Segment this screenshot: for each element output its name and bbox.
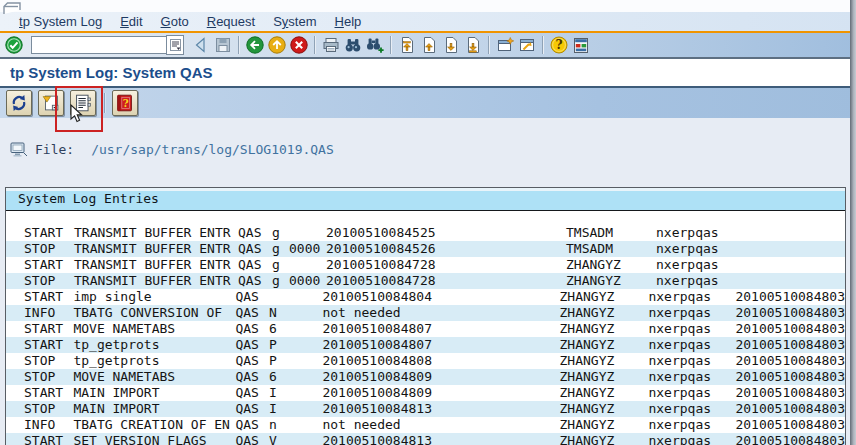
refresh-icon[interactable] bbox=[6, 90, 32, 116]
log-row[interactable]: STOPTRANSMIT BUFFER ENTRQASg000020100510… bbox=[6, 241, 845, 257]
nav-up-icon[interactable] bbox=[266, 34, 288, 56]
log-row[interactable]: STOPMAIN IMPORTQASI20100510084813ZHANGYZ… bbox=[6, 401, 845, 417]
menu-item-tp-system-log[interactable]: tp System Log bbox=[10, 14, 111, 29]
help-icon[interactable]: ? bbox=[548, 34, 570, 56]
log-cell-description: TBATG CONVERSION OF bbox=[73, 305, 235, 321]
log-cell-system: QAS bbox=[235, 321, 269, 337]
page-up-icon[interactable] bbox=[418, 34, 440, 56]
window-right-edge bbox=[850, 0, 856, 445]
layout-menu-icon[interactable] bbox=[570, 34, 592, 56]
log-cell-status: STOP bbox=[24, 369, 73, 385]
log-cell-code bbox=[286, 385, 323, 401]
log-cell-message: not needed bbox=[322, 417, 559, 433]
toolbar-separator bbox=[488, 36, 490, 54]
toolbar-separator bbox=[390, 36, 392, 54]
log-row[interactable]: STOPtp_getprotsQASP20100510084808ZHANGYZ… bbox=[6, 353, 845, 369]
log-row[interactable]: STARTTRANSMIT BUFFER ENTRQASg20100510084… bbox=[6, 257, 845, 273]
log-cell-description: TBATG CREATION OF EN bbox=[73, 417, 235, 433]
log-row[interactable]: STARTtp_getprotsQASP20100510084807ZHANGY… bbox=[6, 337, 845, 353]
log-cell-code bbox=[289, 257, 326, 273]
enter-icon[interactable] bbox=[3, 34, 25, 56]
log-cell-flag: g bbox=[272, 225, 289, 241]
log-panel: System Log Entries STARTTRANSMIT BUFFER … bbox=[5, 187, 846, 445]
log-cell-code bbox=[289, 225, 326, 241]
log-row[interactable]: STARTMOVE NAMETABSQAS620100510084807ZHAN… bbox=[6, 321, 845, 337]
log-cell-status: INFO bbox=[24, 417, 73, 433]
filter-icon[interactable] bbox=[38, 90, 64, 116]
save-icon[interactable] bbox=[212, 34, 234, 56]
log-cell-timestamp2: 20100510084803 bbox=[735, 417, 845, 433]
nav-back-icon[interactable] bbox=[244, 34, 266, 56]
log-row[interactable]: STARTTRANSMIT BUFFER ENTRQASg20100510084… bbox=[6, 225, 845, 241]
log-cell-user: ZHANGYZ bbox=[560, 417, 649, 433]
log-cell-flag: N bbox=[269, 305, 286, 321]
log-cell-timestamp2: 20100510084803 bbox=[735, 321, 845, 337]
last-page-icon[interactable] bbox=[462, 34, 484, 56]
create-shortcut-icon[interactable] bbox=[516, 34, 538, 56]
log-cell-description: tp_getprots bbox=[73, 337, 235, 353]
log-cell-code bbox=[286, 321, 323, 337]
log-row[interactable]: INFOTBATG CONVERSION OFQASNnot neededZHA… bbox=[6, 305, 845, 321]
log-row[interactable]: STOPMOVE NAMETABSQAS620100510084809ZHANG… bbox=[6, 369, 845, 385]
log-cell-system: QAS bbox=[235, 401, 269, 417]
log-cell-host: nxerpqas bbox=[656, 225, 744, 241]
log-cell-description: TRANSMIT BUFFER ENTR bbox=[74, 257, 238, 273]
log-cell-host: nxerpqas bbox=[648, 337, 735, 353]
log-row[interactable]: STARTMAIN IMPORTQASI20100510084809ZHANGY… bbox=[6, 385, 845, 401]
svg-text:?: ? bbox=[123, 98, 129, 109]
log-cell-user: ZHANGYZ bbox=[560, 321, 649, 337]
log-cell-timestamp2: 20100510084803 bbox=[735, 337, 845, 353]
computer-icon bbox=[10, 142, 28, 157]
log-cell-description: MAIN IMPORT bbox=[73, 385, 235, 401]
log-cell-description: TRANSMIT BUFFER ENTR bbox=[74, 273, 238, 289]
menu-item-edit[interactable]: Edit bbox=[111, 14, 151, 29]
first-page-icon[interactable] bbox=[396, 34, 418, 56]
menu-item-request[interactable]: Request bbox=[198, 14, 264, 29]
log-cell-code bbox=[286, 305, 323, 321]
command-input[interactable] bbox=[31, 36, 166, 54]
cancel-icon[interactable] bbox=[288, 34, 310, 56]
log-cell-system: QAS bbox=[235, 289, 269, 305]
log-cell-timestamp2: 20100510084803 bbox=[735, 369, 845, 385]
log-cell-timestamp2: 20100510084803 bbox=[735, 433, 845, 445]
new-session-icon[interactable] bbox=[494, 34, 516, 56]
back-icon[interactable] bbox=[190, 34, 212, 56]
find-next-icon[interactable] bbox=[364, 34, 386, 56]
log-cell-flag bbox=[269, 289, 286, 305]
find-icon[interactable] bbox=[342, 34, 364, 56]
log-cell-flag: 6 bbox=[269, 369, 286, 385]
toolbar-separator bbox=[238, 36, 240, 54]
log-row[interactable]: STOPTRANSMIT BUFFER ENTRQASg000020100510… bbox=[6, 273, 845, 289]
log-cell-host: nxerpqas bbox=[648, 353, 735, 369]
log-cell-status: STOP bbox=[24, 241, 74, 257]
print-icon[interactable] bbox=[320, 34, 342, 56]
log-panel-header: System Log Entries bbox=[6, 191, 845, 211]
page-down-icon[interactable] bbox=[440, 34, 462, 56]
help-book-icon[interactable]: ? bbox=[112, 90, 138, 116]
log-cell-user: ZHANGYZ bbox=[566, 273, 656, 289]
log-cell-host: nxerpqas bbox=[648, 433, 735, 445]
log-cell-message: 20100510084526 bbox=[326, 241, 566, 257]
file-info-line: File: /usr/sap/trans/log/SLOG1019.QAS bbox=[10, 142, 334, 157]
log-cell-user: ZHANGYZ bbox=[560, 337, 649, 353]
log-cell-system: QAS bbox=[238, 241, 272, 257]
log-cell-status: STOP bbox=[24, 273, 74, 289]
menu-item-system[interactable]: System bbox=[264, 14, 325, 29]
log-cell-system: QAS bbox=[235, 337, 269, 353]
log-blank-line bbox=[6, 211, 845, 225]
menu-item-goto[interactable]: Goto bbox=[152, 14, 198, 29]
log-row[interactable]: STARTSET VERSION FLAGSQASV20100510084813… bbox=[6, 433, 845, 445]
log-cell-host: nxerpqas bbox=[648, 289, 735, 305]
log-cell-flag: I bbox=[269, 385, 286, 401]
log-cell-description: TRANSMIT BUFFER ENTR bbox=[74, 225, 238, 241]
command-history-button[interactable] bbox=[166, 35, 184, 55]
log-cell-status: STOP bbox=[24, 353, 73, 369]
log-row[interactable]: STARTimp singleQAS20100510084804ZHANGYZn… bbox=[6, 289, 845, 305]
log-cell-host: nxerpqas bbox=[656, 257, 744, 273]
display-log-icon[interactable] bbox=[70, 90, 96, 116]
menu-item-help[interactable]: Help bbox=[326, 14, 371, 29]
log-cell-message: 20100510084813 bbox=[322, 401, 559, 417]
log-cell-status: STOP bbox=[24, 401, 73, 417]
log-cell-message: 20100510084809 bbox=[322, 385, 559, 401]
log-row[interactable]: INFOTBATG CREATION OF ENQASnnot neededZH… bbox=[6, 417, 845, 433]
